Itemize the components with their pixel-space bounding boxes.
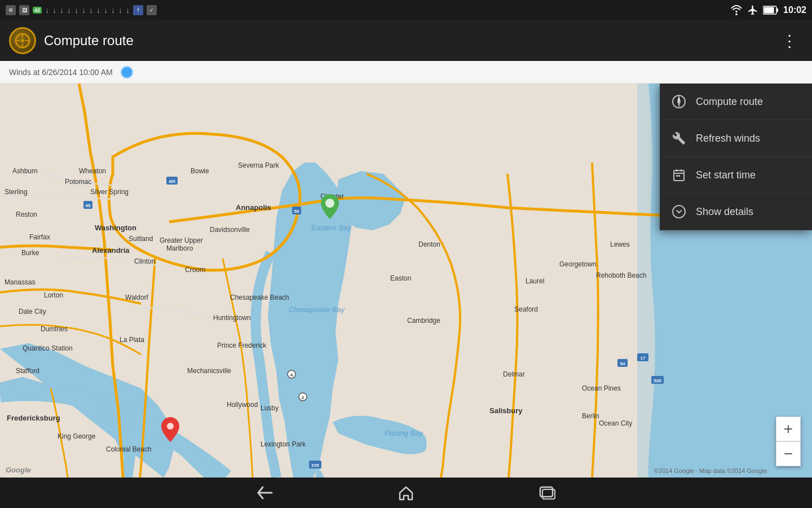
svg-text:50: 50 <box>294 209 299 214</box>
status-left: ⚙ 🖼 42 ↓ ↓ ↓ ↓ ↓ ↓ ↓ ↓ ↓ ↓ ↓ ↓ f ✓ <box>6 5 157 15</box>
svg-point-0 <box>735 14 738 16</box>
svg-point-35 <box>167 423 174 430</box>
app-icon <box>9 27 36 54</box>
map-copyright: ©2014 Google · Map data ©2014 Google <box>654 467 767 474</box>
wifi-icon <box>730 5 743 15</box>
svg-text:2: 2 <box>302 395 304 400</box>
svg-text:4: 4 <box>290 373 293 378</box>
overflow-menu-button[interactable]: ⋮ <box>777 27 803 55</box>
svg-text:235: 235 <box>311 463 319 468</box>
svg-rect-2 <box>776 8 778 12</box>
back-button[interactable] <box>251 481 279 504</box>
menu-item-show-details[interactable]: Show details <box>660 194 812 230</box>
notification-icon-check: ✓ <box>147 5 157 15</box>
download-arrow-8: ↓ <box>96 6 100 15</box>
svg-rect-3 <box>764 7 774 14</box>
recents-button[interactable] <box>533 481 561 504</box>
set-start-time-label: Set start time <box>696 169 756 181</box>
zoom-out-button[interactable]: − <box>776 441 801 466</box>
download-arrow-3: ↓ <box>60 6 64 15</box>
status-time: 10:02 <box>783 5 806 15</box>
download-arrow-10: ↓ <box>111 6 115 15</box>
status-right: 10:02 <box>730 5 806 16</box>
start-marker[interactable] <box>161 417 179 442</box>
compute-route-label: Compute route <box>696 96 763 108</box>
menu-item-set-start-time[interactable]: Set start time <box>660 157 812 194</box>
svg-text:495: 495 <box>169 179 175 183</box>
download-arrow-1: ↓ <box>45 6 49 15</box>
svg-rect-45 <box>678 175 680 177</box>
download-arrow-9: ↓ <box>104 6 108 15</box>
download-arrow-5: ↓ <box>74 6 78 15</box>
menu-item-compute-route[interactable]: Compute route <box>660 84 812 120</box>
notification-icon-image: 🖼 <box>19 5 29 15</box>
zoom-controls: + − <box>776 417 801 466</box>
app-bar: Compute route ⋮ <box>0 20 812 61</box>
svg-text:54: 54 <box>620 361 625 366</box>
menu-item-refresh-winds[interactable]: Refresh winds <box>660 120 812 157</box>
wind-date-label: Winds at 6/26/2014 10:00 AM <box>9 68 113 77</box>
wrench-icon <box>671 130 687 146</box>
notification-badge: 42 <box>33 7 42 14</box>
notification-icon-settings: ⚙ <box>6 5 16 15</box>
dropdown-menu: Compute route Refresh winds <box>660 84 812 230</box>
svg-text:95: 95 <box>86 203 91 208</box>
download-arrow-12: ↓ <box>126 6 130 15</box>
svg-text:17: 17 <box>641 356 646 361</box>
download-arrow-11: ↓ <box>118 6 122 15</box>
app-title: Compute route <box>44 33 777 49</box>
svg-point-34 <box>325 199 334 208</box>
refresh-winds-label: Refresh winds <box>696 133 760 144</box>
wind-bar: Winds at 6/26/2014 10:00 AM <box>0 61 812 84</box>
download-arrow-2: ↓ <box>52 6 56 15</box>
zoom-in-button[interactable]: + <box>776 417 801 441</box>
chevron-circle-icon <box>671 204 687 220</box>
download-arrow-6: ↓ <box>82 6 86 15</box>
svg-rect-44 <box>676 175 678 177</box>
show-details-label: Show details <box>696 206 753 218</box>
svg-point-46 <box>673 205 685 218</box>
compass-icon <box>671 94 687 110</box>
home-button[interactable] <box>392 481 420 504</box>
airplane-icon <box>747 5 758 16</box>
map-container[interactable]: 95 495 50 4 2 17 54 528 363 235 360 Ashb… <box>0 84 812 478</box>
svg-point-5 <box>21 39 24 42</box>
svg-marker-38 <box>678 95 680 100</box>
status-bar: ⚙ 🖼 42 ↓ ↓ ↓ ↓ ↓ ↓ ↓ ↓ ↓ ↓ ↓ ↓ f ✓ <box>0 0 812 20</box>
nav-bar <box>0 478 812 508</box>
battery-icon <box>763 6 779 15</box>
wind-dot-indicator <box>121 66 133 78</box>
download-arrow-7: ↓ <box>89 6 93 15</box>
notification-icon-fb: f <box>133 5 143 15</box>
destination-marker[interactable] <box>321 194 339 219</box>
svg-marker-39 <box>678 103 680 108</box>
svg-text:528: 528 <box>654 378 661 383</box>
calendar-icon <box>671 167 687 183</box>
google-logo: Google <box>6 466 31 474</box>
download-arrow-4: ↓ <box>67 6 71 15</box>
